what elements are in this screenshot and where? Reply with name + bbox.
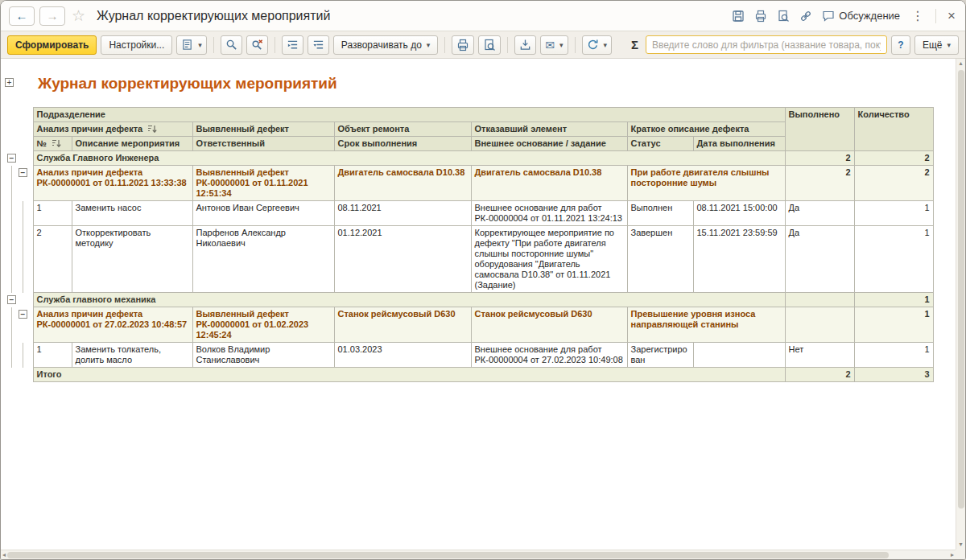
link-icon[interactable] [799, 10, 812, 23]
detail-failed-element[interactable]: Станок рейсмусовый D630 [471, 307, 627, 343]
detail-qty[interactable]: 1 [854, 307, 933, 343]
col-header-failed-element[interactable]: Отказавший элемент [471, 122, 627, 137]
expand-groups-button[interactable] [308, 35, 329, 55]
more-button[interactable]: Ещё ▾ [914, 35, 959, 55]
cell-qty[interactable]: 1 [854, 343, 933, 368]
total-label[interactable]: Итого [33, 368, 785, 382]
collapse-toggle[interactable]: − [7, 295, 16, 304]
cell-qty[interactable]: 1 [854, 201, 933, 226]
col-header-repair-object[interactable]: Объект ремонта [334, 122, 471, 137]
help-button[interactable]: ? [891, 35, 910, 55]
cell-num[interactable]: 2 [33, 226, 72, 293]
collapse-groups-button[interactable] [282, 35, 303, 55]
kebab-menu-icon[interactable]: ⋮ [910, 8, 926, 23]
col-header-done-date[interactable]: Дата выполнения [693, 137, 785, 151]
cell-num[interactable]: 1 [33, 343, 72, 368]
collapse-toggle[interactable]: − [7, 154, 16, 163]
cell-action[interactable]: Заменить насос [72, 201, 192, 226]
detail-failed-element[interactable]: Двигатель самосвала D10.38 [471, 166, 627, 201]
email-button[interactable]: ✉ ▾ [540, 35, 568, 55]
cell-deadline[interactable]: 08.11.2021 [334, 201, 471, 226]
detail-description[interactable]: Превышение уровня износа направляющей ст… [627, 307, 785, 343]
group-name[interactable]: Служба Главного Инженера [33, 151, 785, 166]
cell-responsible[interactable]: Парфенов Александр Николаевич [192, 226, 334, 293]
detail-repair-object[interactable]: Двигатель самосвала D10.38 [334, 166, 471, 201]
detail-analysis[interactable]: Анализ причин дефекта РК-00000001 от 27.… [33, 307, 192, 343]
detail-description[interactable]: При работе двигателя слышны посторонние … [627, 166, 785, 201]
scroll-right-icon[interactable]: ▸ [951, 550, 954, 560]
col-header-deadline[interactable]: Срок выполнения [334, 137, 471, 151]
discussion-button[interactable]: Обсуждение [822, 10, 900, 23]
col-header-status[interactable]: Статус [627, 137, 693, 151]
col-header-analysis[interactable]: Анализ причин дефекта [33, 122, 192, 137]
group-name[interactable]: Служба главного механика [33, 293, 785, 307]
collapse-toggle[interactable]: − [19, 168, 27, 177]
cell-done[interactable]: Нет [785, 343, 854, 368]
detail-repair-object[interactable]: Станок рейсмусовый D630 [334, 307, 471, 343]
col-header-num[interactable]: № [33, 137, 72, 151]
detail-defect[interactable]: Выявленный дефект РК-00000001 от 01.02.2… [192, 307, 334, 343]
detail-done[interactable] [785, 307, 854, 343]
cell-basis[interactable]: Внешнее основание для работ РК-00000004 … [471, 201, 627, 226]
group-done[interactable] [785, 293, 854, 307]
detail-done[interactable]: 2 [785, 166, 854, 201]
group-done[interactable]: 2 [785, 151, 854, 166]
report-variants-button[interactable]: ▾ [176, 35, 207, 55]
cell-status[interactable]: Выполнен [627, 201, 693, 226]
cell-deadline[interactable]: 01.12.2021 [334, 226, 471, 293]
col-header-basis[interactable]: Внешнее основание / задание [471, 137, 627, 151]
col-header-qty[interactable]: Количество [854, 108, 933, 151]
col-header-department[interactable]: Подразделение [33, 108, 785, 122]
detail-defect[interactable]: Выявленный дефект РК-00000001 от 01.11.2… [192, 166, 334, 201]
scroll-up-icon[interactable]: ▴ [959, 59, 962, 68]
search-button[interactable] [221, 35, 242, 55]
total-qty[interactable]: 3 [854, 368, 933, 382]
cell-done-date[interactable]: 15.11.2021 23:59:59 [693, 226, 785, 293]
print-preview-button[interactable] [478, 35, 501, 55]
scroll-left-icon[interactable]: ◂ [2, 550, 6, 560]
horizontal-scroll-thumb[interactable] [7, 552, 889, 558]
total-done[interactable]: 2 [785, 368, 854, 382]
horizontal-scrollbar[interactable]: ◂ ▸ [1, 550, 956, 559]
col-header-done[interactable]: Выполнено [785, 108, 854, 151]
vertical-scrollbar[interactable]: ▴ ▾ [956, 59, 965, 550]
collapse-toggle[interactable]: − [19, 310, 27, 319]
group-qty[interactable]: 1 [854, 293, 933, 307]
cell-num[interactable]: 1 [33, 201, 72, 226]
generate-button[interactable]: Сформировать [7, 35, 97, 55]
save-icon[interactable] [732, 10, 745, 23]
cell-done[interactable]: Да [785, 226, 854, 293]
group-qty[interactable]: 2 [854, 151, 933, 166]
settings-button[interactable]: Настройки... [101, 35, 172, 55]
cell-done[interactable]: Да [785, 201, 854, 226]
col-header-defect[interactable]: Выявленный дефект [192, 122, 334, 137]
preview-icon[interactable] [777, 10, 790, 23]
sort-icon[interactable] [147, 125, 157, 134]
cell-qty[interactable]: 1 [854, 226, 933, 293]
col-header-short-description[interactable]: Краткое описание дефекта [627, 122, 785, 137]
cell-done-date[interactable] [693, 343, 785, 368]
col-header-action[interactable]: Описание мероприятия [72, 137, 192, 151]
cell-basis[interactable]: Внешнее основание для работ РК-00000004 … [471, 343, 627, 368]
col-header-responsible[interactable]: Ответственный [192, 137, 334, 151]
print-button[interactable] [452, 35, 474, 55]
export-button[interactable] [514, 35, 536, 55]
cell-action[interactable]: Откорректировать методику [72, 226, 192, 293]
print-icon[interactable] [754, 10, 767, 23]
sum-button[interactable]: Σ [628, 38, 642, 51]
cell-responsible[interactable]: Волков Владимир Станиславович [192, 343, 334, 368]
forward-button[interactable]: → [39, 6, 65, 26]
vertical-scroll-thumb[interactable] [958, 70, 964, 509]
close-button[interactable]: × [946, 8, 957, 24]
cell-deadline[interactable]: 01.03.2023 [334, 343, 471, 368]
expand-to-button[interactable]: Разворачивать до ▾ [333, 35, 439, 55]
refresh-button[interactable]: ▾ [582, 35, 613, 55]
scroll-down-icon[interactable]: ▾ [959, 540, 962, 550]
sort-icon[interactable] [52, 139, 61, 148]
cell-basis[interactable]: Корректирующее мероприятие по дефекту "П… [471, 226, 627, 293]
cell-status[interactable]: Зарегистрирован [627, 343, 693, 368]
back-button[interactable]: ← [9, 6, 35, 26]
cell-done-date[interactable]: 08.11.2021 15:00:00 [693, 201, 785, 226]
detail-qty[interactable]: 2 [854, 166, 933, 201]
search-cancel-button[interactable] [246, 35, 268, 55]
